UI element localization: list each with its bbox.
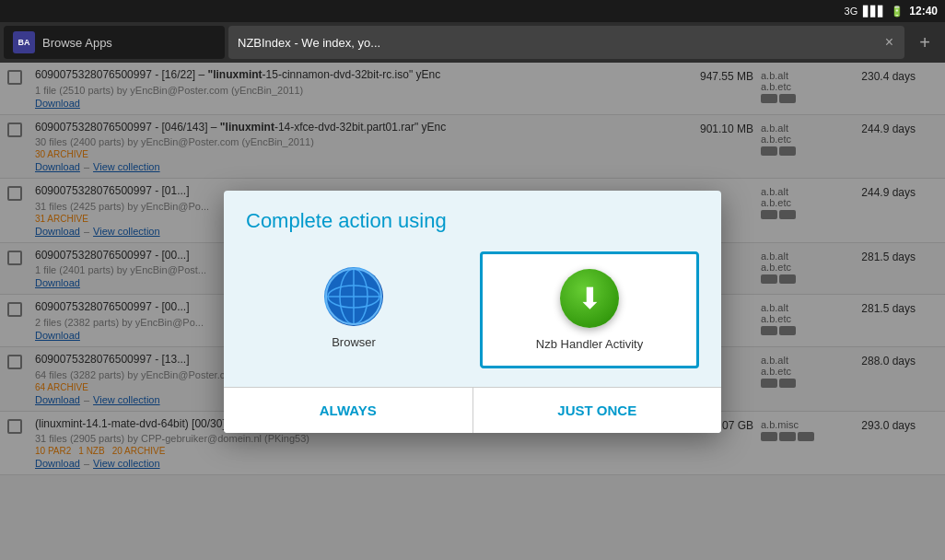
dialog-apps-list: Browser ⬇ Nzb Handler Activity <box>224 242 721 387</box>
network-bars-icon: ▋▋▋ <box>863 6 885 18</box>
browser-tab-label: NZBIndex - We index, yo... <box>238 36 876 50</box>
browse-apps-icon: BA <box>13 31 35 53</box>
dialog-title: Complete action using <box>224 191 721 242</box>
tab-browse-apps[interactable]: BA Browse Apps <box>4 26 225 59</box>
always-button[interactable]: Always <box>224 388 473 433</box>
just-once-button[interactable]: Just once <box>473 388 722 433</box>
tab-bar: BA Browse Apps NZBIndex - We index, yo..… <box>0 22 945 63</box>
tab-nzbindex[interactable]: NZBIndex - We index, yo... × <box>228 26 904 59</box>
download-arrow-icon: ⬇ <box>578 284 602 313</box>
main-content: 6090075328076500997 - [16/22] – "linuxmi… <box>0 63 945 560</box>
browser-app-name: Browser <box>332 335 376 349</box>
dialog-buttons: Always Just once <box>224 387 721 433</box>
dialog-overlay: Complete action using Brow <box>0 63 945 560</box>
status-bar: 3G ▋▋▋ 🔋 12:40 <box>0 0 945 22</box>
signal-icon: 3G <box>845 6 858 17</box>
browser-app-option[interactable]: Browser <box>246 251 461 368</box>
browser-app-icon <box>324 267 383 326</box>
close-tab-icon[interactable]: × <box>883 32 895 52</box>
battery-icon: 🔋 <box>891 6 904 18</box>
browse-apps-label: Browse Apps <box>42 36 216 50</box>
nzb-handler-app-option[interactable]: ⬇ Nzb Handler Activity <box>480 251 699 368</box>
clock: 12:40 <box>909 5 938 18</box>
nzb-handler-app-icon: ⬇ <box>560 269 619 328</box>
globe-svg <box>324 267 383 326</box>
nzb-handler-app-name: Nzb Handler Activity <box>536 337 643 351</box>
complete-action-dialog: Complete action using Brow <box>224 191 721 433</box>
new-tab-button[interactable]: + <box>908 26 941 59</box>
